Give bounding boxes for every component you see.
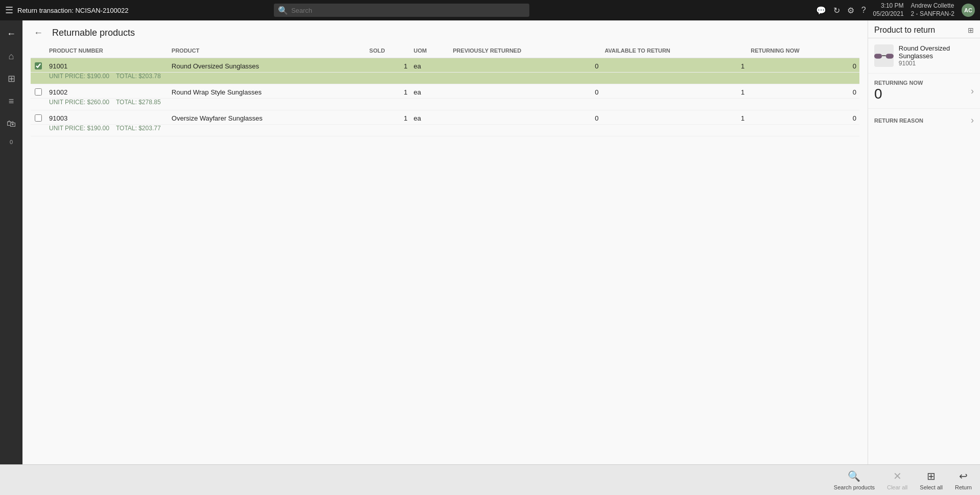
col-product: PRODUCT [169, 43, 366, 58]
page-title: Returnable products [52, 28, 135, 38]
row-price-info: UNIT PRICE: $260.00 TOTAL: $278.85 [46, 99, 859, 110]
row-returning-now: 0 [748, 110, 859, 125]
search-input[interactable] [291, 7, 525, 14]
row-product-name: Round Wrap Style Sunglasses [169, 84, 366, 99]
home-icon: ⌂ [9, 51, 14, 62]
returning-now-value: 0 [874, 86, 923, 102]
col-checkbox [31, 43, 46, 58]
right-panel: Product to return ⊞ Round Oversized Sung… [868, 20, 980, 464]
sidebar-item-bag[interactable]: 🛍 [2, 114, 20, 133]
row-checkbox[interactable] [35, 62, 42, 69]
row-checkbox-cell[interactable] [31, 110, 46, 125]
row-previously-returned: 0 [450, 84, 601, 99]
sidebar-item-back[interactable]: ← [2, 25, 20, 43]
right-panel-title: Product to return [874, 26, 935, 35]
right-panel-header: Product to return ⊞ [868, 20, 980, 38]
sidebar-item-grid[interactable]: ⊞ [2, 69, 20, 88]
search-products-label: Search products [834, 484, 875, 490]
sidebar-item-home[interactable]: ⌂ [2, 47, 20, 65]
row-product-number: 91003 [46, 110, 169, 125]
return-reason-content: RETURN REASON [874, 117, 923, 124]
topbar-title: Return transaction: NCISAN-2100022 [17, 7, 129, 14]
sidebar-item-list[interactable]: ≡ [2, 92, 20, 110]
avatar[interactable]: AC [962, 4, 975, 17]
content-area: ← Returnable products PRODUCT NUMBER PRO… [22, 20, 868, 464]
row-sold: 1 [366, 84, 411, 99]
svg-rect-0 [874, 54, 882, 58]
row-sub-empty [31, 99, 46, 110]
row-price-info: UNIT PRICE: $190.00 TOTAL: $203.78 [46, 73, 859, 84]
row-previously-returned: 0 [450, 110, 601, 125]
row-sub-empty [31, 73, 46, 84]
return-button[interactable]: ↩ Return [955, 470, 972, 490]
search-icon: 🔍 [278, 6, 288, 15]
return-reason-section[interactable]: RETURN REASON › [868, 109, 980, 132]
sidebar: ← ⌂ ⊞ ≡ 🛍 0 [0, 20, 22, 464]
select-all-label: Select all [920, 484, 943, 490]
returning-now-section[interactable]: RETURNING NOW 0 › [868, 74, 980, 109]
bottombar: 🔍 Search products ✕ Clear all ⊞ Select a… [0, 464, 980, 495]
help-icon[interactable]: ? [861, 6, 866, 15]
sidebar-badge: 0 [10, 139, 13, 145]
row-checkbox[interactable] [35, 114, 42, 122]
topbar: ☰ Return transaction: NCISAN-2100022 🔍 💬… [0, 0, 980, 20]
table-header-row: PRODUCT NUMBER PRODUCT SOLD UOM PREVIOUS… [31, 43, 859, 58]
row-product-name: Oversize Wayfarer Sunglasses [169, 110, 366, 125]
search-products-icon: 🔍 [848, 470, 860, 482]
row-product-name: Round Oversized Sunglasses [169, 58, 366, 73]
product-thumbnail [874, 44, 894, 67]
refresh-icon[interactable]: ↻ [833, 6, 840, 15]
hamburger-icon[interactable]: ☰ [5, 5, 13, 16]
return-icon: ↩ [959, 470, 968, 482]
row-uom: ea [411, 58, 450, 73]
row-previously-returned: 0 [450, 58, 601, 73]
table-wrapper: PRODUCT NUMBER PRODUCT SOLD UOM PREVIOUS… [22, 43, 868, 464]
settings-icon[interactable]: ⚙ [847, 6, 854, 15]
table-row[interactable]: 91001 Round Oversized Sunglasses 1 ea 0 … [31, 58, 859, 73]
product-info: Round Oversized Sunglasses 91001 [899, 44, 974, 67]
return-label: Return [955, 484, 972, 490]
table-row[interactable]: 91003 Oversize Wayfarer Sunglasses 1 ea … [31, 110, 859, 125]
row-sub-empty [31, 125, 46, 136]
products-table: PRODUCT NUMBER PRODUCT SOLD UOM PREVIOUS… [31, 43, 859, 136]
search-products-button[interactable]: 🔍 Search products [834, 470, 875, 490]
table-row-sub: UNIT PRICE: $260.00 TOTAL: $278.85 [31, 99, 859, 110]
table-row[interactable]: 91002 Round Wrap Style Sunglasses 1 ea 0… [31, 84, 859, 99]
col-sold: SOLD [366, 43, 411, 58]
select-all-icon: ⊞ [927, 470, 936, 482]
table-row-sub: UNIT PRICE: $190.00 TOTAL: $203.78 [31, 73, 859, 84]
topbar-store: 2 - SANFRAN-2 [911, 10, 954, 18]
row-available-to-return: 1 [601, 58, 748, 73]
list-icon: ≡ [9, 96, 14, 107]
svg-rect-1 [886, 54, 894, 58]
product-info-id: 91001 [899, 60, 974, 67]
row-returning-now: 0 [748, 58, 859, 73]
product-info-name: Round Oversized Sunglasses [899, 44, 974, 60]
topbar-date: 05/20/2021 [873, 10, 904, 18]
back-icon: ← [7, 29, 16, 39]
row-checkbox-cell[interactable] [31, 58, 46, 73]
select-all-button[interactable]: ⊞ Select all [920, 470, 943, 490]
topbar-time: 3:10 PM [881, 2, 904, 10]
topbar-icons: 💬 ↻ ⚙ ? 3:10 PM 05/20/2021 Andrew Collet… [816, 2, 975, 18]
row-sold: 1 [366, 110, 411, 125]
col-product-number: PRODUCT NUMBER [46, 43, 169, 58]
clear-all-label: Clear all [887, 484, 907, 490]
expand-icon[interactable]: ⊞ [968, 26, 974, 34]
row-uom: ea [411, 110, 450, 125]
row-checkbox-cell[interactable] [31, 84, 46, 99]
col-previously-returned: PREVIOUSLY RETURNED [450, 43, 601, 58]
sunglasses-image [874, 51, 894, 61]
clear-all-button[interactable]: ✕ Clear all [887, 470, 907, 490]
row-checkbox[interactable] [35, 88, 42, 96]
back-button[interactable]: ← [31, 27, 46, 39]
bag-icon: 🛍 [7, 119, 16, 129]
row-product-number: 91002 [46, 84, 169, 99]
main-layout: ← ⌂ ⊞ ≡ 🛍 0 ← Returnable products [0, 20, 980, 464]
grid-icon: ⊞ [8, 73, 15, 84]
returning-now-chevron-icon: › [971, 86, 974, 97]
topbar-search[interactable]: 🔍 [274, 4, 529, 17]
returning-now-label: RETURNING NOW [874, 80, 923, 86]
table-row-sub: UNIT PRICE: $190.00 TOTAL: $203.77 [31, 125, 859, 136]
chat-icon[interactable]: 💬 [816, 6, 826, 15]
